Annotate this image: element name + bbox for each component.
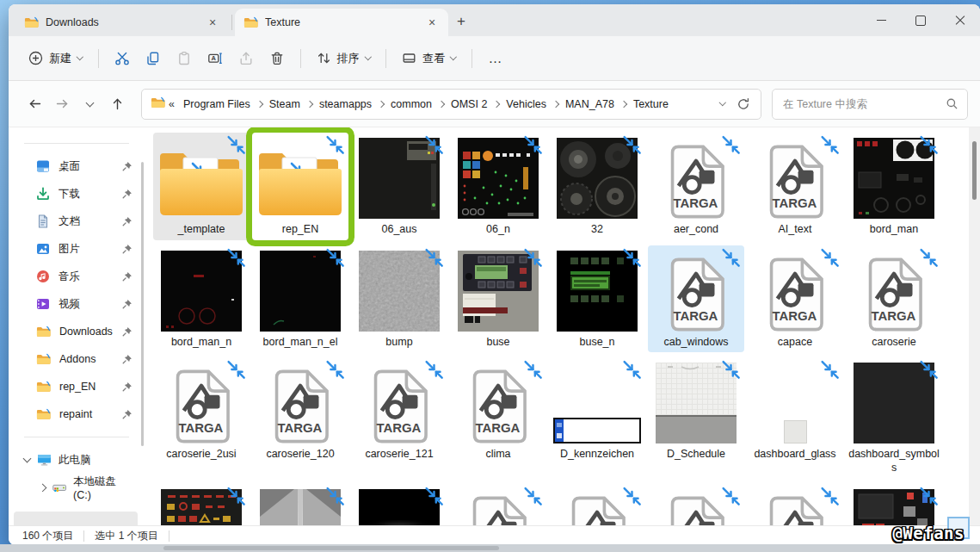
file-item[interactable]: D_Schedule <box>648 357 744 478</box>
sidebar-item-视频[interactable]: 视频 <box>12 290 141 318</box>
sidebar-item-桌面[interactable]: 桌面 <box>12 152 141 180</box>
toolbar-divider <box>385 49 386 68</box>
delete-button[interactable] <box>262 45 293 72</box>
file-label: bord_man_n <box>171 336 231 350</box>
scrollbar-thumb[interactable] <box>972 141 977 200</box>
svg-text:TARGA: TARGA <box>673 307 718 322</box>
copy-button[interactable] <box>138 45 169 72</box>
folder-item[interactable]: rep_EN <box>252 133 348 240</box>
tree-item-drive[interactable]: 本地磁盘 (C:) <box>12 474 141 501</box>
sidebar-item-文档[interactable]: 文档 <box>12 208 141 235</box>
file-item[interactable] <box>351 484 447 526</box>
share-button[interactable] <box>231 45 262 72</box>
file-item[interactable]: buse_n <box>549 245 645 353</box>
file-item[interactable]: TARGAcab_windows <box>648 245 744 353</box>
breadcrumb-segment[interactable]: Vehicles <box>502 96 550 113</box>
breadcrumb-overflow[interactable]: « <box>169 98 175 110</box>
file-item[interactable]: T <box>153 484 250 526</box>
file-item[interactable]: bump <box>351 245 447 353</box>
sort-button[interactable]: 排序 <box>309 45 379 72</box>
file-item[interactable]: TARGAcaroserie_121 <box>351 357 447 478</box>
file-item[interactable]: bord_man_n_el <box>252 245 348 353</box>
tab-close-icon[interactable]: × <box>205 16 220 29</box>
file-item[interactable]: bord_man_n <box>153 245 250 353</box>
breadcrumb-segment[interactable]: Texture <box>630 96 672 113</box>
sidebar-item-音乐[interactable]: 音乐 <box>12 263 141 290</box>
minimize-icon[interactable] <box>861 4 901 36</box>
file-item[interactable]: TARGAcaroserie_120 <box>252 357 348 478</box>
file-thumbnail: TARGA <box>351 359 447 443</box>
file-item[interactable]: TARGAcaroserie <box>846 245 942 353</box>
tab-texture[interactable]: Texture× <box>235 9 448 36</box>
chevron-down-icon[interactable] <box>23 455 32 463</box>
file-thumbnail <box>549 359 645 443</box>
targa-file-icon: TARGA <box>765 145 825 219</box>
new-button[interactable]: 新建 <box>21 45 90 72</box>
breadcrumb-segment[interactable]: MAN_A78 <box>562 96 618 113</box>
file-item[interactable]: dashboard_glass <box>747 357 843 478</box>
sidebar-item-downloads[interactable]: Downloads <box>12 318 141 345</box>
forward-button[interactable] <box>48 90 76 118</box>
file-item[interactable]: D_kennzeichen <box>549 357 645 478</box>
file-item[interactable]: dashboard_symbols <box>846 357 942 478</box>
history-dropdown-button[interactable] <box>76 90 103 118</box>
refresh-icon[interactable] <box>737 97 750 111</box>
file-item[interactable]: TARGAAI_text <box>747 133 843 240</box>
file-item[interactable]: 32 <box>549 133 645 240</box>
file-thumbnail <box>252 134 348 219</box>
file-item[interactable]: TARGA <box>549 484 645 526</box>
file-item[interactable]: 06_aus <box>351 133 447 240</box>
breadcrumb-segment[interactable]: common <box>387 96 435 113</box>
sidebar-item-下载[interactable]: 下载 <box>12 180 141 208</box>
back-button[interactable] <box>21 90 48 118</box>
sidebar-item-repaint[interactable]: repaint <box>12 400 141 428</box>
breadcrumb-chevron-icon <box>438 100 445 107</box>
new-tab-button[interactable]: + <box>448 9 474 34</box>
chevron-right-icon[interactable] <box>39 483 47 492</box>
file-item[interactable]: TARGAcaroserie_2usi <box>153 357 250 478</box>
file-item[interactable]: TARGA <box>648 484 744 526</box>
paste-button[interactable] <box>169 45 200 72</box>
search-box[interactable] <box>772 89 968 120</box>
sidebar-item-addons[interactable]: Addons <box>12 345 141 373</box>
up-button[interactable] <box>103 90 131 118</box>
sidebar-item-图片[interactable]: 图片 <box>12 235 141 263</box>
close-icon[interactable] <box>940 4 980 36</box>
breadcrumb-segment[interactable]: Program Files <box>180 96 254 113</box>
file-item[interactable] <box>252 484 348 526</box>
sidebar-item-rep_en[interactable]: rep_EN <box>12 373 141 400</box>
chevron-down-icon <box>450 53 457 60</box>
more-options-button[interactable]: … <box>480 51 513 66</box>
file-item[interactable]: 06_n <box>450 133 546 240</box>
folder-icon <box>243 16 258 28</box>
breadcrumb-segment[interactable]: Steam <box>266 96 304 113</box>
file-item[interactable]: TARGA <box>450 484 546 526</box>
tree-item-computer[interactable]: 此电脑 <box>12 446 141 474</box>
maximize-icon[interactable] <box>901 4 940 36</box>
rename-button[interactable]: A <box>200 45 231 72</box>
file-item[interactable]: buse <box>450 245 546 353</box>
license-plate-thumbnail <box>553 418 641 443</box>
file-item[interactable]: TARGA <box>747 484 843 526</box>
sidebar-scrollbar[interactable] <box>141 162 144 446</box>
tab-downloads[interactable]: Downloads× <box>15 9 229 36</box>
file-item[interactable]: TARGAclima <box>450 357 546 478</box>
vertical-scrollbar[interactable] <box>969 127 980 525</box>
file-item[interactable]: TARGAaer_cond <box>648 133 744 240</box>
address-bar[interactable]: « Program FilesSteamsteamappscommonOMSI … <box>141 89 761 120</box>
cut-button[interactable] <box>107 45 138 72</box>
file-item[interactable] <box>846 484 942 526</box>
compressed-badge-icon <box>423 247 445 269</box>
sidebar-item-clipped[interactable] <box>14 512 138 525</box>
address-dropdown-icon[interactable] <box>718 99 725 106</box>
folder-icon <box>36 326 51 338</box>
file-label: clima <box>485 448 510 462</box>
search-input[interactable] <box>781 97 940 111</box>
breadcrumb-segment[interactable]: OMSI 2 <box>447 96 490 113</box>
breadcrumb-segment[interactable]: steamapps <box>316 96 375 113</box>
tab-close-icon[interactable]: × <box>424 16 440 29</box>
view-button[interactable]: 查看 <box>394 45 464 72</box>
file-item[interactable]: bord_man <box>846 133 942 240</box>
folder-item[interactable]: _template <box>153 133 250 240</box>
file-item[interactable]: TARGAcapace <box>747 245 843 353</box>
